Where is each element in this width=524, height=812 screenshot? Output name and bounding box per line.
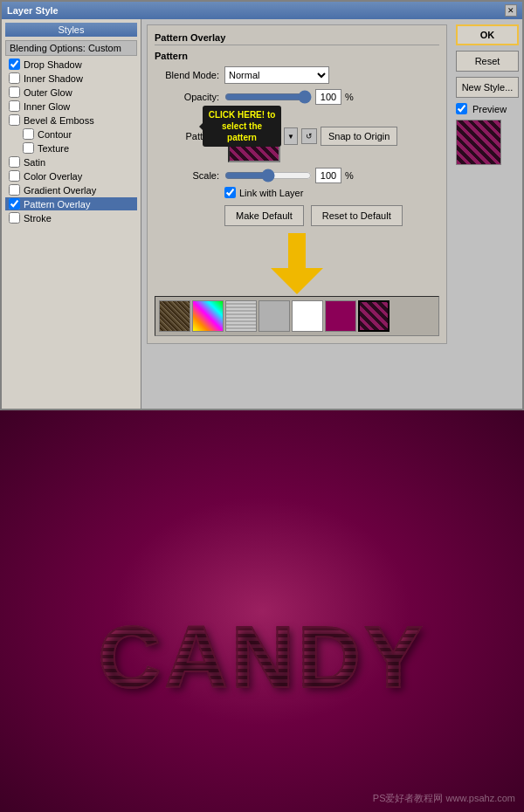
pattern-row: Pattern: ▼ ↺ Snap to Origin CLICK HERE! …	[155, 110, 439, 162]
inner-shadow-checkbox[interactable]	[9, 72, 20, 84]
title-bar: Layer Style ✕	[2, 2, 522, 19]
blend-mode-label: Blend Mode:	[155, 70, 224, 80]
left-panel: Styles Blending Options: Custom Drop Sha…	[2, 19, 141, 409]
opacity-percent: %	[345, 92, 354, 102]
opacity-slider-container: %	[224, 89, 354, 105]
blend-mode-row: Blend Mode: Normal Multiply Screen Overl…	[155, 66, 439, 84]
layer-style-dialog: Layer Style ✕ Styles Blending Options: C…	[0, 0, 524, 410]
link-layer-label: Link with Layer	[239, 188, 303, 198]
pattern-swatch-6[interactable]	[325, 300, 356, 332]
scale-slider[interactable]	[224, 169, 312, 182]
contour-checkbox[interactable]	[23, 128, 34, 140]
stroke-checkbox[interactable]	[9, 212, 20, 224]
pattern-reset-button[interactable]: ↺	[301, 128, 317, 144]
sidebar-item-drop-shadow[interactable]: Drop Shadow	[5, 58, 137, 71]
sidebar-item-inner-shadow[interactable]: Inner Shadow	[5, 72, 137, 85]
pattern-overlay-checkbox[interactable]	[9, 198, 20, 210]
sidebar-item-outer-glow[interactable]: Outer Glow	[5, 86, 137, 99]
sidebar-item-inner-glow[interactable]: Inner Glow	[5, 100, 137, 113]
scale-percent: %	[345, 170, 354, 181]
watermark: PS爱好者教程网 www.psahz.com	[373, 792, 515, 805]
close-button[interactable]: ✕	[505, 4, 517, 17]
reset-default-button[interactable]: Reset to Default	[311, 205, 403, 226]
sidebar-item-contour[interactable]: Contour	[5, 127, 137, 141]
blending-options-item[interactable]: Blending Options: Custom	[5, 40, 137, 56]
pattern-swatch-3[interactable]	[225, 300, 257, 332]
sidebar-item-texture[interactable]: Texture	[5, 141, 137, 155]
ok-button[interactable]: OK	[456, 24, 519, 45]
preview-thumbnail	[456, 120, 501, 165]
sidebar-item-color-overlay[interactable]: Color Overlay	[5, 169, 137, 182]
drop-shadow-checkbox[interactable]	[9, 58, 20, 70]
link-layer-checkbox[interactable]	[224, 187, 236, 198]
sidebar-item-satin[interactable]: Satin	[5, 155, 137, 169]
sidebar-item-stroke[interactable]: Stroke	[5, 211, 137, 224]
preview-checkbox[interactable]	[456, 103, 467, 114]
svg-rect-0	[288, 233, 306, 268]
reset-button[interactable]: Reset	[456, 51, 519, 72]
callout-tooltip: CLICK HERE! to select the pattern	[203, 106, 281, 147]
scale-value[interactable]	[315, 168, 341, 183]
sidebar-item-pattern-overlay[interactable]: Pattern Overlay	[5, 197, 137, 210]
pattern-swatch-selected[interactable]	[358, 300, 390, 332]
snap-to-origin-button[interactable]: Snap to Origin	[321, 127, 397, 146]
outer-glow-checkbox[interactable]	[9, 86, 20, 98]
color-overlay-checkbox[interactable]	[9, 170, 20, 182]
dialog-body: Styles Blending Options: Custom Drop Sha…	[2, 19, 522, 409]
pattern-overlay-panel: Pattern Overlay Pattern Blend Mode: Norm…	[147, 24, 447, 344]
sidebar-item-bevel-emboss[interactable]: Bevel & Emboss	[5, 114, 137, 127]
styles-header[interactable]: Styles	[5, 23, 137, 37]
opacity-label: Opacity:	[155, 92, 224, 102]
pattern-swatch-4[interactable]	[259, 300, 290, 332]
default-buttons-row: Make Default Reset to Default	[155, 205, 439, 226]
link-layer-row: Link with Layer	[155, 187, 439, 198]
satin-checkbox[interactable]	[9, 156, 20, 168]
make-default-button[interactable]: Make Default	[224, 205, 304, 226]
inner-glow-checkbox[interactable]	[9, 100, 20, 112]
opacity-row: Opacity: %	[155, 89, 439, 105]
bevel-emboss-checkbox[interactable]	[9, 114, 20, 126]
blend-mode-select[interactable]: Normal Multiply Screen Overlay	[224, 66, 329, 84]
canvas-text: CANDY	[98, 607, 426, 707]
svg-marker-1	[271, 268, 323, 294]
sidebar-item-gradient-overlay[interactable]: Gradient Overlay	[5, 183, 137, 196]
pattern-swatch-2[interactable]	[192, 300, 224, 332]
pattern-swatches-area	[155, 296, 439, 336]
right-buttons-panel: OK Reset New Style... Preview	[452, 19, 522, 409]
scale-slider-container: %	[224, 168, 354, 183]
pattern-swatch-1[interactable]	[159, 300, 190, 332]
scale-row: Scale: %	[155, 168, 439, 183]
texture-checkbox[interactable]	[23, 142, 34, 154]
new-style-button[interactable]: New Style...	[456, 77, 519, 98]
pattern-swatch-5[interactable]	[292, 300, 323, 332]
preview-section: Preview	[456, 103, 519, 114]
pattern-dropdown-button[interactable]: ▼	[284, 127, 298, 145]
gradient-overlay-checkbox[interactable]	[9, 184, 20, 196]
down-arrow	[155, 233, 439, 294]
canvas-area: CANDY PS爱好者教程网 www.psahz.com	[0, 410, 524, 812]
center-panel: Pattern Overlay Pattern Blend Mode: Norm…	[141, 19, 452, 409]
preview-label: Preview	[472, 104, 507, 114]
opacity-slider[interactable]	[224, 90, 312, 104]
panel-title: Pattern Overlay	[155, 32, 439, 45]
scale-label: Scale:	[155, 170, 224, 181]
opacity-value[interactable]	[315, 89, 341, 105]
dialog-title: Layer Style	[7, 5, 59, 16]
panel-sub-title: Pattern	[155, 51, 439, 61]
